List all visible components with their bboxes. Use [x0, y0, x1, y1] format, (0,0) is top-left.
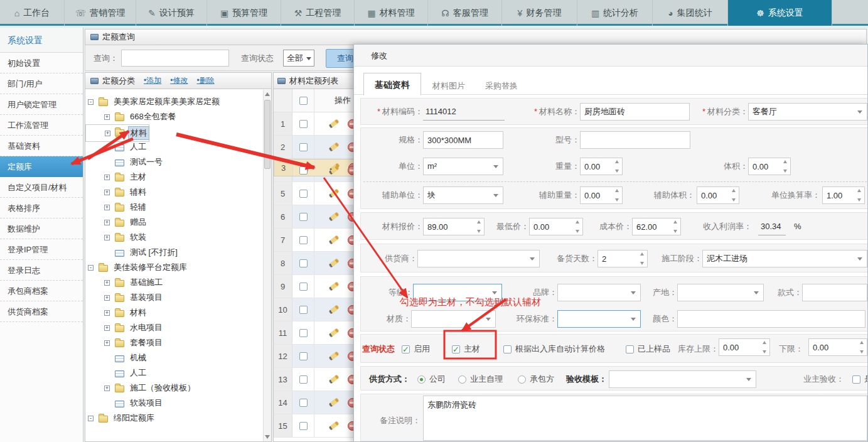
volume-stepper[interactable]: [748, 158, 791, 175]
quote-stepper[interactable]: [423, 218, 485, 235]
tab-basic-info[interactable]: 基础资料: [363, 73, 421, 95]
nav-tab[interactable]: ◕ 集团统计: [653, 0, 728, 26]
row-checkbox[interactable]: [299, 120, 308, 128]
tree-toggle-icon[interactable]: +: [104, 190, 110, 195]
tree-node[interactable]: + 套餐项目: [85, 335, 271, 350]
contractor-radio[interactable]: [518, 375, 526, 384]
tree-node[interactable]: - 美佳装修平台定额库: [85, 260, 271, 275]
min-price-stepper[interactable]: [529, 218, 583, 235]
material-name-input[interactable]: [580, 103, 690, 121]
weight-stepper[interactable]: [580, 158, 623, 175]
query-status-select[interactable]: 全部: [283, 50, 314, 67]
edit-pencil-icon[interactable]: [328, 189, 338, 198]
sidebar-item[interactable]: 承包商档案: [0, 281, 83, 301]
edit-pencil-icon[interactable]: [328, 235, 338, 245]
edit-pencil-icon[interactable]: [328, 398, 338, 407]
tree-toggle-icon[interactable]: +: [104, 114, 110, 120]
row-checkbox[interactable]: [299, 259, 308, 267]
select-all-checkbox[interactable]: [299, 97, 308, 105]
nav-tab[interactable]: ▥ 统计分析: [577, 0, 653, 26]
edit-pencil-icon[interactable]: [328, 352, 338, 361]
env-standard-select[interactable]: [557, 310, 641, 328]
sampled-checkbox[interactable]: [626, 345, 634, 353]
aux-weight-stepper[interactable]: [580, 186, 623, 204]
tree-node[interactable]: + 轻辅: [85, 200, 271, 215]
conversion-stepper[interactable]: [822, 186, 865, 204]
tree-toggle-icon[interactable]: +: [104, 175, 110, 180]
row-checkbox[interactable]: [299, 166, 308, 175]
row-checkbox[interactable]: [299, 422, 308, 430]
tree-node[interactable]: + 施工（验收模板）: [85, 380, 271, 396]
tree-node[interactable]: + 材料: [85, 305, 271, 320]
enabled-checkbox[interactable]: [402, 345, 410, 353]
row-checkbox[interactable]: [299, 236, 308, 244]
tree-toggle-icon[interactable]: +: [105, 131, 110, 136]
nav-tab[interactable]: ☏ 营销管理: [65, 0, 136, 26]
nav-tab[interactable]: ▣ 预算管理: [207, 0, 281, 26]
edit-pencil-icon[interactable]: [328, 421, 338, 431]
stock-lower-stepper[interactable]: [808, 338, 867, 356]
tree-toggle-icon[interactable]: -: [88, 265, 94, 271]
company-radio[interactable]: [417, 375, 426, 384]
tree-node[interactable]: + 基装项目: [85, 290, 271, 305]
row-checkbox[interactable]: [299, 283, 308, 291]
tree-toggle-icon[interactable]: +: [104, 325, 110, 331]
tree-node[interactable]: + 赠品: [85, 215, 271, 230]
tree-toggle-icon[interactable]: +: [104, 310, 110, 316]
aux-unit-select[interactable]: 块: [423, 186, 503, 204]
tree-action-link[interactable]: •添加: [144, 75, 161, 86]
tree-node[interactable]: 测试 [不打折]: [85, 245, 271, 260]
tree-toggle-icon[interactable]: +: [104, 220, 110, 225]
edit-pencil-icon[interactable]: [328, 282, 338, 291]
remark-textarea[interactable]: 东鹏防滑瓷砖: [423, 396, 867, 441]
tree-toggle-icon[interactable]: +: [104, 340, 110, 346]
brand-select[interactable]: [557, 284, 641, 301]
tree-scrollbar[interactable]: [263, 90, 271, 441]
model-input[interactable]: [580, 131, 690, 149]
sidebar-item[interactable]: 登录日志: [0, 260, 83, 281]
tree-action-link[interactable]: •修改: [170, 75, 188, 86]
tab-purchase-replace[interactable]: 采购替换: [477, 77, 526, 95]
sidebar-item[interactable]: 工作流管理: [0, 115, 83, 136]
tree-toggle-icon[interactable]: +: [104, 235, 110, 240]
main-material-checkbox[interactable]: [452, 345, 460, 353]
tab-material-images[interactable]: 材料图片: [424, 77, 473, 95]
edit-pencil-icon[interactable]: [328, 212, 338, 222]
tree-node[interactable]: - 绵阳定额库: [85, 411, 271, 426]
tree-toggle-icon[interactable]: -: [88, 99, 94, 105]
row-checkbox[interactable]: [299, 213, 308, 221]
sidebar-item[interactable]: 用户锁定管理: [0, 94, 83, 115]
row-checkbox[interactable]: [299, 375, 308, 384]
row-checkbox[interactable]: [299, 352, 308, 360]
edit-pencil-icon[interactable]: [328, 305, 338, 315]
tree-node[interactable]: + 668全包套餐: [85, 109, 271, 124]
stock-days-stepper[interactable]: [597, 250, 648, 267]
scroll-down-icon[interactable]: [265, 435, 270, 439]
nav-tab[interactable]: ☊ 客服管理: [428, 0, 502, 26]
tree-node[interactable]: 人工: [85, 365, 271, 380]
sidebar-item[interactable]: 部门/用户: [0, 73, 83, 94]
tree-node[interactable]: + 辅料: [85, 185, 271, 200]
sidebar-item[interactable]: 自定义项目/材料: [0, 177, 83, 198]
tree-toggle-icon[interactable]: +: [104, 205, 110, 210]
auto-price-checkbox[interactable]: [503, 345, 512, 353]
tree-node[interactable]: + 基础施工: [85, 275, 271, 290]
sidebar-item[interactable]: 初始设置: [0, 53, 83, 73]
sidebar-item[interactable]: 登录IP管理: [0, 239, 83, 260]
tree-node[interactable]: + 水电项目: [85, 320, 271, 335]
nav-tab[interactable]: ✎ 设计预算: [136, 0, 207, 26]
origin-select[interactable]: [677, 284, 764, 301]
tree-action-link[interactable]: •删除: [196, 75, 214, 86]
tree-toggle-icon[interactable]: +: [104, 280, 110, 286]
grade-select[interactable]: [413, 284, 502, 301]
row-checkbox[interactable]: [299, 399, 308, 407]
sidebar-item[interactable]: 定额库: [0, 156, 83, 177]
material-category-select[interactable]: 客餐厅: [748, 103, 867, 121]
owner-accept-checkbox[interactable]: [852, 375, 860, 384]
edit-pencil-icon[interactable]: [328, 119, 338, 129]
nav-tab[interactable]: ▦ 材料管理: [355, 0, 428, 26]
supplier-select[interactable]: [417, 250, 540, 267]
spec-input[interactable]: [423, 131, 503, 149]
stage-select[interactable]: 泥木工进场: [702, 250, 867, 267]
scroll-thumb[interactable]: [264, 100, 271, 169]
